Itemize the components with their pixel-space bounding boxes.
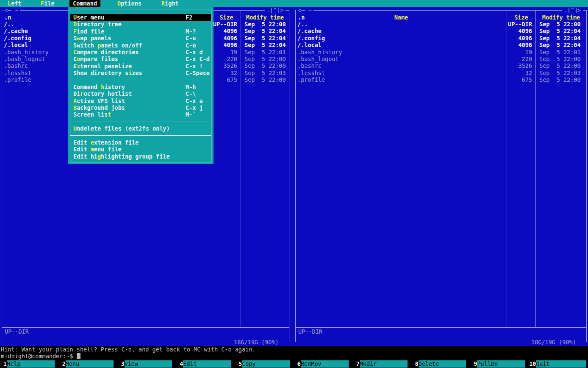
panel-updir-button[interactable]: .[^]> <box>265 7 286 14</box>
menu-item-edit-extension-file[interactable]: Edit extension file <box>70 139 211 146</box>
mini-status-separator <box>2 327 289 328</box>
menu-item-edit-highlighting-group-file[interactable]: Edit highlighting group file <box>70 153 211 160</box>
fkey-2-menu[interactable]: 2Menu <box>59 360 118 368</box>
menu-item-directory-tree[interactable]: Directory tree <box>70 21 211 28</box>
panel-path-label[interactable]: <─ ~ <box>296 7 313 14</box>
menu-item-shortcut: C-o <box>186 42 196 49</box>
file-modify-time: Sep 5 22:00 <box>241 62 286 69</box>
hint-line: Hint: Want your plain shell? Press C-o, … <box>0 346 588 353</box>
fkey-number: 3 <box>118 360 125 368</box>
file-modify-time: Sep 5 22:04 <box>241 42 286 48</box>
fkey-label[interactable]: Delete <box>419 360 466 368</box>
fkey-number: 4 <box>176 360 183 368</box>
menu-item-shortcut: M-` <box>186 111 196 118</box>
file-row[interactable]: /.local4096Sep 5 22:04 <box>296 42 586 48</box>
file-size: 4096 <box>507 28 535 34</box>
menu-item-user-menu[interactable]: User menuF2 <box>70 14 211 21</box>
file-modify-time: Sep 5 22:00 <box>241 76 286 83</box>
file-row[interactable]: .bashrc3526Sep 5 22:00 <box>296 62 586 69</box>
menu-item-show-directory-sizes[interactable]: Show directory sizesC-Space <box>70 70 211 76</box>
column-header-size[interactable]: Size <box>507 14 535 21</box>
column-header-modify-time[interactable]: Modify time <box>536 14 586 21</box>
fkey-label[interactable]: View <box>125 360 172 368</box>
menu-item-compare-directories[interactable]: Compare directoriesC-x d <box>70 49 211 56</box>
menu-item-undelete-files-ext2fs-only[interactable]: Undelete files (ext2fs only) <box>70 125 211 132</box>
menu-item-switch-panels-on-off[interactable]: Switch panels on/offC-o <box>70 42 211 49</box>
fkey-6-renmov[interactable]: 6RenMov <box>294 360 353 368</box>
menu-item-active-vfs-list[interactable]: Active VFS listC-x a <box>70 98 211 104</box>
fkey-label[interactable]: Help <box>7 360 55 368</box>
file-row[interactable]: /.config4096Sep 5 22:04 <box>296 35 586 42</box>
file-size: 220 <box>212 56 241 62</box>
fkey-3-view[interactable]: 3View <box>118 360 177 368</box>
menu-separator <box>70 118 211 125</box>
menubar-item-left[interactable]: Left <box>4 0 25 7</box>
fkey-8-delete[interactable]: 8Delete <box>412 360 471 368</box>
file-size: 4096 <box>212 42 241 48</box>
file-size: 4096 <box>212 28 241 34</box>
file-size: 220 <box>507 56 535 62</box>
fkey-label[interactable]: RenMov <box>301 360 349 368</box>
fkey-label[interactable]: Copy <box>242 360 290 368</box>
fkey-10-quit[interactable]: 10Quit <box>529 360 588 368</box>
menu-item-find-file[interactable]: Find fileM-? <box>70 28 211 35</box>
menu-item-compare-files[interactable]: Compare filesC-x C-d <box>70 56 211 62</box>
file-modify-time: Sep 5 22:00 <box>536 21 581 28</box>
file-row[interactable]: .bash_history19Sep 5 22:01 <box>296 49 586 56</box>
file-size: 32 <box>507 70 535 76</box>
file-modify-time: Sep 5 22:03 <box>241 70 286 76</box>
panel-updir-button[interactable]: .[^]> <box>562 7 583 14</box>
file-name: .bashrc <box>296 62 507 69</box>
fkey-4-edit[interactable]: 4Edit <box>176 360 235 368</box>
fkey-label[interactable]: PullDn <box>477 360 525 368</box>
menubar-item-options[interactable]: Options <box>114 0 145 7</box>
fkey-label[interactable]: Edit <box>183 360 231 368</box>
menubar-item-file[interactable]: File <box>37 0 58 7</box>
shell-prompt[interactable]: midnight@commander:~$ <box>0 353 588 360</box>
column-header-size[interactable]: Size <box>212 14 241 21</box>
menubar-item-right[interactable]: Right <box>158 0 182 7</box>
menu-bar: LeftFileCommandOptionsRight <box>0 0 588 7</box>
file-row[interactable]: /..UP--DIRSep 5 22:00 <box>296 21 586 28</box>
file-size: 4096 <box>507 35 535 42</box>
menu-item-background-jobs[interactable]: Background jobsC-x j <box>70 104 211 111</box>
menu-item-screen-list[interactable]: Screen listM-` <box>70 111 211 118</box>
file-row[interactable]: .profile675Sep 5 22:00 <box>296 76 586 83</box>
menu-item-shortcut: M-? <box>186 28 196 35</box>
menu-item-directory-hotlist[interactable]: Directory hotlistC-\ <box>70 90 211 97</box>
menu-item-shortcut: C-x a <box>186 98 203 104</box>
menu-item-command-history[interactable]: Command historyM-h <box>70 84 211 90</box>
fkey-label[interactable]: Mkdir <box>360 360 408 368</box>
file-modify-time: Sep 5 22:04 <box>241 28 286 34</box>
menu-item-swap-panels[interactable]: Swap panelsC-u <box>70 35 211 42</box>
file-row[interactable]: /.cache4096Sep 5 22:04 <box>296 28 586 34</box>
menu-item-edit-menu-file[interactable]: Edit menu file <box>70 146 211 153</box>
file-size: 4096 <box>507 42 535 48</box>
file-row[interactable]: .bash_logout220Sep 5 22:00 <box>296 56 586 62</box>
file-size: UP--DIR <box>212 21 241 28</box>
fkey-9-pulldn[interactable]: 9PullDn <box>470 360 529 368</box>
fkey-7-mkdir[interactable]: 7Mkdir <box>353 360 412 368</box>
mini-status-separator <box>296 327 586 328</box>
file-name: .bash_logout <box>296 56 507 62</box>
fkey-1-help[interactable]: 1Help <box>0 360 59 368</box>
file-modify-time: Sep 5 22:00 <box>536 76 581 83</box>
text-cursor <box>77 353 80 359</box>
column-header-modify-time[interactable]: Modify time <box>241 14 289 21</box>
file-row[interactable]: .lesshst32Sep 5 22:03 <box>296 70 586 76</box>
command-dropdown-menu: User menuF2Directory treeFind fileM-?Swa… <box>68 7 214 164</box>
menu-item-external-panelize[interactable]: External panelizeC-x ! <box>70 63 211 70</box>
panel-path-label[interactable]: <─ ~ <box>3 7 20 14</box>
menu-item-shortcut: C-x C-d <box>186 56 210 62</box>
menubar-item-command[interactable]: Command <box>69 0 100 7</box>
file-name: /.config <box>296 35 507 42</box>
file-modify-time: Sep 5 22:00 <box>241 56 286 62</box>
fkey-label[interactable]: Quit <box>536 360 586 368</box>
menu-item-shortcut: C-u <box>186 35 196 42</box>
fkey-label[interactable]: Menu <box>66 360 114 368</box>
column-header-name[interactable]: Name <box>296 14 507 21</box>
menu-item-shortcut: F2 <box>186 14 192 21</box>
menu-item-shortcut: C-Space <box>186 70 210 76</box>
fkey-5-copy[interactable]: 5Copy <box>235 360 294 368</box>
fkey-number: 10 <box>529 360 536 368</box>
